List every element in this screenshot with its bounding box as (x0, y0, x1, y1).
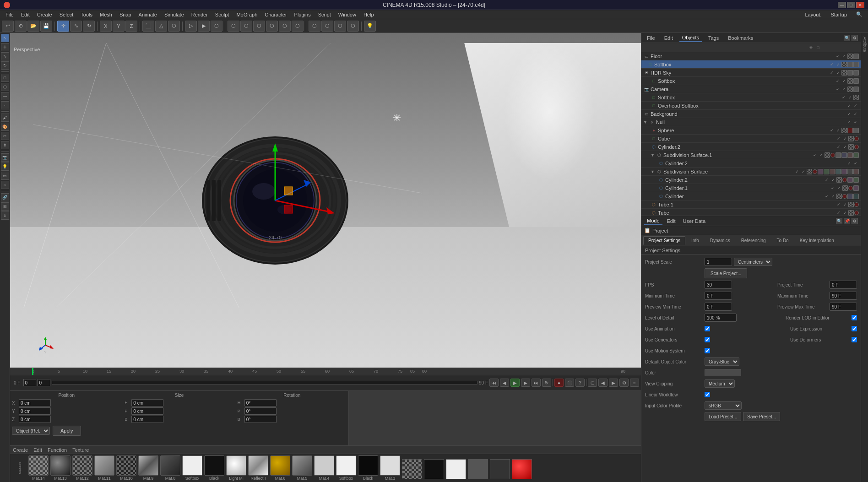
tc-prev-key[interactable]: ◀ (598, 379, 608, 387)
menu-edit[interactable]: Edit (17, 11, 33, 18)
overhead-render[interactable]: ✓ (852, 103, 859, 109)
apply-button[interactable]: Apply (53, 426, 81, 436)
tc-prev-frame[interactable]: ◀ (500, 379, 509, 387)
close-button[interactable]: ✕ (856, 2, 864, 8)
lt-move[interactable]: ✛ (1, 43, 9, 51)
obj-row-floor[interactable]: ▭ Floor ✓ ✓ (641, 52, 861, 60)
cube-vis[interactable]: ✓ (835, 135, 842, 142)
menu-render[interactable]: Render (188, 11, 212, 18)
sphere-tag-3[interactable] (853, 128, 859, 133)
menu-window[interactable]: Window (335, 11, 360, 18)
mat-item-softbox2[interactable]: Softbox (336, 455, 356, 481)
linear-workflow-checkbox[interactable] (705, 392, 710, 397)
cyl2c-render[interactable]: ✓ (830, 177, 836, 183)
cyl2b-vis[interactable]: ✓ (846, 160, 852, 167)
menu-snap[interactable]: Snap (116, 11, 135, 18)
obj-tab-edit[interactable]: Edit (662, 34, 676, 42)
cyl2c-tag-3[interactable] (847, 177, 853, 183)
softbox2-vis[interactable]: ✓ (835, 78, 841, 84)
tc-layers[interactable]: ≡ (630, 379, 639, 387)
tb-tool6[interactable]: ⬡ (292, 21, 304, 32)
tube1-vis[interactable]: ✓ (835, 201, 842, 208)
softbox3-vis[interactable]: ✓ (841, 94, 847, 101)
mat-item-8[interactable]: Mat.8 (160, 455, 180, 481)
cyl1-render[interactable]: ✓ (836, 185, 842, 191)
mat-item-reflecti[interactable]: Reflect I (248, 455, 268, 481)
subdiv2-tag-9[interactable] (853, 169, 859, 174)
subdiv2-expand[interactable]: ▼ (651, 169, 656, 174)
subdiv1-tag-3[interactable] (835, 152, 841, 158)
obj-row-softbox3[interactable]: □ Softbox ✓ ✓ (641, 93, 861, 102)
props-tab-userdata[interactable]: User Data (680, 217, 709, 225)
ptab-info[interactable]: Info (686, 236, 704, 245)
softbox1-tag-3[interactable] (853, 62, 859, 67)
softbox2-render[interactable]: ✓ (841, 78, 847, 84)
minimize-button[interactable]: — (838, 2, 846, 8)
lt-extrude[interactable]: ⬆ (1, 141, 9, 149)
obj-row-sphere[interactable]: ● Sphere ✓ ✓ (641, 126, 861, 135)
obj-row-cyl2b[interactable]: ⬡ Cylinder.2 ✓ ✓ (641, 159, 861, 168)
obj-color-dropdown[interactable]: Gray-Blue Red Green (705, 357, 739, 366)
obj-row-hdrsky[interactable]: ☀ HDR Sky ✓ ✓ (641, 69, 861, 77)
cyl-tag-4[interactable] (853, 194, 859, 199)
tb-render-to[interactable]: ⬡ (211, 21, 222, 32)
tube1-tag-1[interactable] (848, 202, 854, 207)
ptab-keyinterp[interactable]: Key Interpolation (795, 236, 839, 245)
hdrsky-render[interactable]: ✓ (835, 70, 841, 76)
rot-b-input[interactable] (244, 416, 277, 423)
tc-loop[interactable]: ↻ (542, 379, 551, 387)
attr-btn-label[interactable]: Attribute (863, 35, 867, 54)
view-clipping-dropdown[interactable]: Medium Small Large (705, 379, 735, 388)
tb-render-region[interactable]: ▷ (185, 21, 197, 32)
tc-goto-start[interactable]: ⏮ (489, 379, 499, 387)
extra-mat-4[interactable] (468, 459, 488, 479)
size-y-input[interactable] (131, 407, 163, 415)
camera-render[interactable]: ✓ (841, 86, 847, 92)
mat-item-13[interactable]: Mat.13 (50, 455, 71, 481)
lt-point[interactable]: · (1, 101, 9, 109)
cyl2-tag-1[interactable] (848, 144, 854, 150)
subdiv1-expand[interactable]: ▼ (651, 153, 656, 157)
mat-item-black1[interactable]: Black (204, 455, 224, 481)
frame-input[interactable] (23, 379, 36, 386)
use-expression-checkbox[interactable] (852, 326, 857, 331)
cyl2-vis[interactable]: ✓ (835, 144, 842, 150)
tube-tag-2[interactable] (854, 211, 859, 215)
tb-y-axis[interactable]: Y (113, 21, 125, 32)
menu-character[interactable]: Character (261, 11, 290, 18)
extra-mat-3[interactable] (446, 459, 466, 479)
max-time-input[interactable] (830, 292, 857, 300)
props-icon-pin[interactable]: 📌 (844, 218, 850, 224)
props-tab-mode[interactable]: Mode (644, 217, 662, 225)
obj-tab-file[interactable]: File (644, 34, 658, 42)
tb-tool2[interactable]: ⬡ (240, 21, 252, 32)
color-profile-dropdown[interactable]: sRGB Linear AdobeRGB (705, 401, 742, 410)
lt-brush[interactable]: 🖌 (1, 114, 9, 122)
softbox3-render[interactable]: ✓ (847, 94, 853, 101)
project-time-input[interactable] (830, 281, 857, 289)
color-swatch[interactable] (705, 369, 741, 376)
obj-row-cyl1[interactable]: ⬡ Cylinder.1 ✓ ✓ (641, 184, 861, 192)
subdiv2-tag-4[interactable] (824, 169, 829, 174)
extra-mat-2[interactable] (424, 459, 444, 479)
cube-render[interactable]: ✓ (842, 135, 848, 142)
subdiv2-tag-5[interactable] (830, 169, 835, 174)
subdiv1-tag-4[interactable] (841, 152, 847, 158)
subdiv1-tag-2[interactable] (830, 153, 835, 157)
lt-null[interactable]: ○ (1, 181, 9, 189)
cyl2-render[interactable]: ✓ (842, 144, 848, 150)
camera-vis[interactable]: ✓ (835, 86, 841, 92)
props-icon-search[interactable]: 🔍 (836, 218, 842, 224)
subdiv2-vis[interactable]: ✓ (794, 168, 800, 175)
softbox2-tag-2[interactable] (853, 78, 859, 84)
cyl2-tag-2[interactable] (854, 145, 859, 149)
frame-input2[interactable] (38, 379, 50, 386)
use-generators-checkbox[interactable] (705, 337, 710, 342)
floor-render[interactable]: ✓ (841, 53, 847, 60)
cyl-tag-2[interactable] (842, 194, 847, 199)
tb-tool1[interactable]: ⬡ (228, 21, 239, 32)
tb-tool3[interactable]: ⬡ (253, 21, 265, 32)
null-vis[interactable]: ✓ (846, 119, 852, 125)
softbox1-render[interactable]: ✓ (835, 61, 841, 68)
mat-tab-create[interactable]: Create (13, 447, 28, 453)
